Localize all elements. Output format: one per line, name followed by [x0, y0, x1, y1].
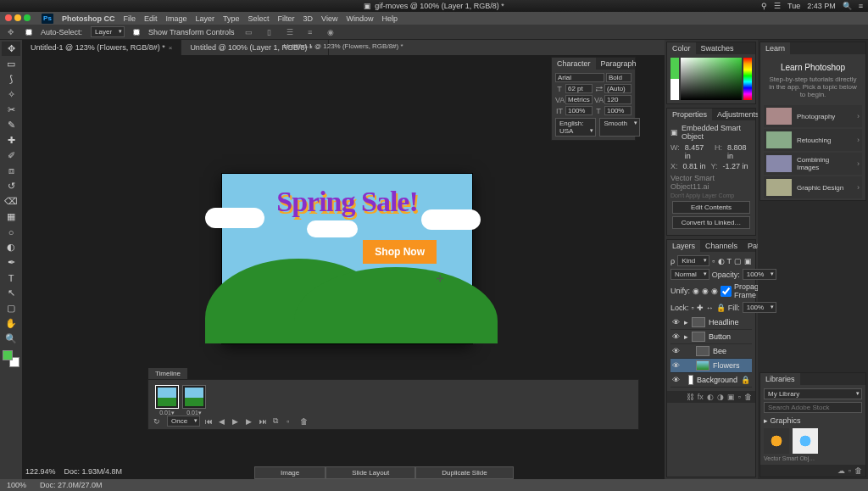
lock-icon[interactable]: ▫ [692, 304, 694, 312]
menu-edit[interactable]: Edit [144, 14, 158, 23]
menu-layer[interactable]: Layer [196, 14, 215, 23]
channels-tab[interactable]: Channels [700, 240, 743, 252]
color-swatches[interactable] [3, 350, 19, 367]
lang-dropdown[interactable]: English: USA [555, 118, 596, 137]
adjustment-icon[interactable]: ◑ [717, 393, 724, 401]
document-tab-1[interactable]: Untitled-1 @ 123% (Flowers, RGB/8#) *× [22, 40, 181, 55]
align-icon-1[interactable]: ▭ [243, 26, 255, 38]
bg-tab-image[interactable]: Image [254, 466, 326, 479]
filter-icon[interactable]: ▫ [712, 257, 715, 265]
align-icon-2[interactable]: ▯ [264, 26, 275, 38]
kerning[interactable]: Metrics [565, 95, 593, 104]
visibility-icon[interactable]: 👁 [672, 376, 680, 384]
timeline-frame-2[interactable] [182, 385, 206, 409]
propagate-checkbox[interactable] [721, 286, 732, 297]
link-icon[interactable]: ⛓ [687, 393, 694, 401]
layer-name[interactable]: Headline [709, 318, 750, 326]
properties-tab[interactable]: Properties [667, 109, 712, 120]
group-icon[interactable]: ▣ [727, 393, 735, 401]
menu-view[interactable]: View [321, 14, 337, 23]
aa-dropdown[interactable]: Smooth [599, 118, 640, 137]
new-layer-icon[interactable]: ▫ [738, 393, 741, 401]
library-group[interactable]: ▸ Graphics [764, 416, 862, 425]
visibility-icon[interactable]: 👁 [672, 347, 681, 355]
heal-tool[interactable]: ✚ [2, 133, 20, 148]
bg-tab-slide-layout[interactable]: Slide Layout [326, 466, 415, 479]
brush-tool[interactable]: ✐ [2, 148, 20, 163]
mask-icon[interactable]: ◐ [707, 393, 714, 401]
align-icon-4[interactable]: ≡ [304, 26, 316, 38]
font-family-dropdown[interactable]: Arial [555, 73, 604, 82]
stamp-tool[interactable]: ⧈ [2, 164, 20, 178]
libraries-tab[interactable]: Libraries [760, 373, 800, 385]
fx-icon[interactable]: fx [698, 393, 704, 401]
gradient-tool[interactable]: ▦ [2, 209, 20, 224]
shape-tool[interactable]: ▢ [2, 301, 20, 315]
unify-icon[interactable]: ◉ [711, 287, 718, 295]
color-tab[interactable]: Color [667, 42, 696, 54]
learn-tab[interactable]: Learn [760, 42, 790, 54]
layer-row[interactable]: 👁▸Headline [670, 315, 752, 330]
w-value[interactable]: 8.457 in [685, 143, 709, 160]
visibility-icon[interactable]: 👁 [672, 332, 681, 341]
lock-icon[interactable]: 🔒 [716, 304, 726, 312]
lasso-tool[interactable]: ⟆ [2, 72, 20, 86]
library-search[interactable] [764, 402, 862, 413]
character-tab[interactable]: Character [552, 58, 596, 70]
layer-name[interactable]: Bee [713, 347, 750, 355]
marquee-tool[interactable]: ▭ [2, 57, 20, 71]
x-value[interactable]: 0.81 in [683, 162, 706, 170]
bg-tab-duplicate[interactable]: Duplicate Slide [415, 466, 513, 479]
trash-icon[interactable]: 🗑 [744, 393, 752, 401]
menu-icon[interactable]: ≡ [859, 2, 863, 10]
edit-contents-button[interactable]: Edit Contents [672, 201, 750, 214]
menu-window[interactable]: Window [346, 14, 373, 23]
font-style-dropdown[interactable]: Bold [606, 73, 632, 82]
adjustments-tab[interactable]: Adjustments [712, 109, 765, 120]
cloud-icon[interactable]: ☁ [837, 466, 845, 475]
wand-tool[interactable]: ✧ [2, 87, 20, 102]
convert-linked-button[interactable]: Convert to Linked… [672, 216, 750, 229]
crop-tool[interactable]: ✂ [2, 103, 20, 117]
filter-icon[interactable]: ▣ [744, 257, 752, 265]
filter-icon[interactable]: ◐ [718, 257, 725, 265]
learn-item-photography[interactable]: Photography› [764, 105, 862, 127]
lock-icon[interactable]: ✚ [697, 304, 704, 312]
h-value[interactable]: 8.808 in [727, 143, 752, 160]
fill-value[interactable]: 100% [743, 302, 776, 313]
eyedropper-tool[interactable]: ✎ [2, 118, 20, 132]
control-center-icon[interactable]: ☰ [774, 2, 781, 10]
y-value[interactable]: -1.27 in [723, 162, 748, 170]
blend-mode-dropdown[interactable]: Normal [670, 269, 709, 280]
type-tool[interactable]: T [2, 271, 20, 285]
timeline-frame-1[interactable] [155, 385, 179, 409]
move-tool[interactable]: ✥ [2, 42, 20, 56]
show-transform-checkbox[interactable] [133, 29, 140, 36]
layers-tab[interactable]: Layers [667, 240, 700, 252]
prev-frame-icon[interactable]: ◀ [219, 417, 227, 426]
play-icon[interactable]: ▶ [232, 417, 241, 426]
expand-icon[interactable]: ▸ [684, 318, 688, 326]
spotlight-icon[interactable]: ⚲ [761, 2, 767, 10]
tracking[interactable]: 120 [604, 95, 632, 104]
library-asset-1[interactable] [764, 428, 789, 454]
visibility-icon[interactable]: 👁 [672, 361, 681, 370]
loop-icon[interactable]: ↻ [153, 417, 162, 426]
search-icon[interactable]: 🔍 [843, 2, 852, 10]
trash-icon[interactable]: 🗑 [300, 417, 309, 426]
path-tool[interactable]: ↖ [2, 286, 20, 300]
layer-name[interactable]: Background [697, 376, 737, 384]
auto-select-checkbox[interactable] [25, 29, 32, 36]
3d-mode-icon[interactable]: ◉ [325, 26, 337, 38]
timeline-tab[interactable]: Timeline [148, 368, 187, 379]
library-asset-2[interactable] [793, 428, 818, 454]
hand-tool[interactable]: ✋ [2, 316, 20, 331]
menu-type[interactable]: Type [223, 14, 240, 23]
dodge-tool[interactable]: ◐ [2, 240, 20, 254]
menu-file[interactable]: File [124, 14, 136, 23]
layer-name[interactable]: Button [709, 332, 750, 341]
menu-select[interactable]: Select [248, 14, 270, 23]
zoom-tool[interactable]: 🔍 [2, 332, 20, 346]
close-icon[interactable]: × [169, 44, 173, 52]
visibility-icon[interactable]: 👁 [672, 318, 681, 326]
